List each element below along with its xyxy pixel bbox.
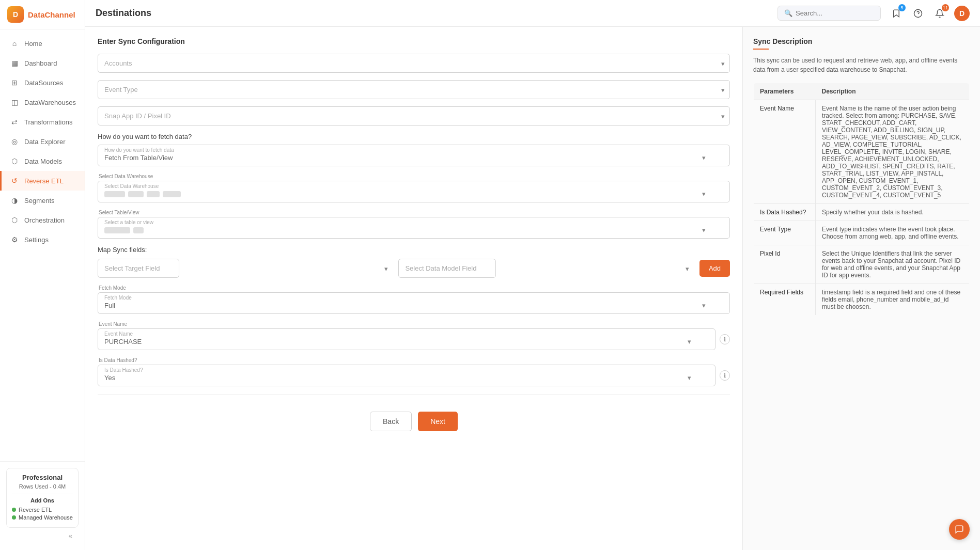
plan-name: Professional xyxy=(12,474,73,481)
map-sync-row: Select Target Field ▾ Select Data Model … xyxy=(98,259,730,278)
data-explorer-nav-label: Data Explorer xyxy=(24,138,65,146)
dw-blurred-4 xyxy=(163,191,181,197)
fetch-mode-inner-label: Fetch Mode xyxy=(98,293,729,301)
help-button[interactable] xyxy=(911,6,925,21)
datasources-nav-label: DataSources xyxy=(24,79,63,87)
sidebar-item-reverse-etl[interactable]: ↺Reverse ETL xyxy=(0,171,85,191)
description-col-header: Description xyxy=(816,83,970,100)
event-type-select[interactable]: Event Type xyxy=(98,80,730,99)
addon-label: Reverse ETL xyxy=(19,507,52,513)
fetch-question: How do you want to fetch data? xyxy=(98,133,730,140)
table-blurred-1 xyxy=(104,227,130,233)
sidebar-item-orchestration[interactable]: ⬡Orchestration xyxy=(0,210,85,230)
bookmark-badge: 5 xyxy=(898,4,906,11)
addon-dot xyxy=(12,508,16,512)
dw-blurred-2 xyxy=(128,191,144,197)
accounts-group: Accounts ▾ xyxy=(98,54,730,73)
event-name-field-group: Event Name PURCHASE ▾ xyxy=(98,328,715,350)
notification-badge: 11 xyxy=(942,4,949,11)
param-desc: Event type indicates where the event too… xyxy=(816,221,970,245)
event-name-info-icon[interactable]: ℹ xyxy=(720,334,730,344)
addon-dot xyxy=(12,515,16,520)
select-dw-value-row[interactable]: ▾ xyxy=(98,189,729,202)
page-title: Destinations xyxy=(96,8,769,19)
sidebar-item-data-explorer[interactable]: ◎Data Explorer xyxy=(0,132,85,151)
param-name: Event Type xyxy=(754,221,816,245)
back-button[interactable]: Back xyxy=(370,412,412,431)
fetch-mode-group: Fetch Mode Fetch Mode Full ▾ xyxy=(98,285,730,314)
logo-icon: D xyxy=(7,6,24,23)
fetch-data-arrow-icon: ▾ xyxy=(702,154,711,162)
bookmark-button[interactable]: 5 xyxy=(889,6,904,21)
dashboard-nav-icon: ▦ xyxy=(10,58,19,68)
sidebar-item-transformations[interactable]: ⇄Transformations xyxy=(0,112,85,132)
sidebar-item-datasources[interactable]: ⊞DataSources xyxy=(0,73,85,92)
fetch-mode-value-row[interactable]: Full ▾ xyxy=(98,301,729,313)
avatar[interactable]: D xyxy=(954,6,970,21)
dw-blurred-3 xyxy=(147,191,160,197)
is-data-hashed-value-row[interactable]: Yes ▾ xyxy=(98,373,715,386)
segments-nav-label: Segments xyxy=(24,197,55,205)
select-dw-field-group: Select Data Warehouse ▾ xyxy=(98,181,730,202)
form-panel: Enter Sync Configuration Accounts ▾ Even… xyxy=(85,27,742,550)
addon-label: Managed Warehouse xyxy=(19,514,73,521)
sidebar-item-settings[interactable]: ⚙Settings xyxy=(0,230,85,249)
target-field-arrow-icon: ▾ xyxy=(384,264,388,272)
event-name-value-row[interactable]: PURCHASE ▾ xyxy=(98,337,715,350)
reverse-etl-nav-icon: ↺ xyxy=(10,176,19,185)
next-button[interactable]: Next xyxy=(418,412,458,431)
sidebar-item-home[interactable]: ⌂Home xyxy=(0,34,85,53)
search-box[interactable]: 🔍 xyxy=(777,6,881,21)
event-name-row: Event Name PURCHASE ▾ ℹ xyxy=(98,328,730,350)
add-button[interactable]: Add xyxy=(699,260,730,277)
plan-card: Professional Rows Used - 0.4M Add Ons Re… xyxy=(6,468,79,528)
event-name-arrow-icon: ▾ xyxy=(688,338,696,345)
target-field-wrapper: Select Target Field ▾ xyxy=(98,259,393,278)
table-blurred-2 xyxy=(133,227,144,233)
sidebar-item-dashboard[interactable]: ▦Dashboard xyxy=(0,53,85,73)
datawarehouses-nav-icon: ◫ xyxy=(10,98,19,107)
event-name-inner-label: Event Name xyxy=(98,329,715,337)
snap-app-select[interactable]: Snap App ID / Pixel ID xyxy=(98,106,730,125)
sync-desc-underline xyxy=(753,49,769,50)
param-desc: Event Name is the name of the user actio… xyxy=(816,100,970,204)
is-data-hashed-inner-label: Is Data Hashed? xyxy=(98,365,715,373)
home-nav-label: Home xyxy=(24,40,42,48)
collapse-sidebar-button[interactable]: « xyxy=(6,528,79,544)
select-table-value-row[interactable]: ▾ xyxy=(98,225,729,238)
logo: D DataChannel xyxy=(0,0,85,29)
event-name-group: Event Name Event Name PURCHASE ▾ ℹ xyxy=(98,321,730,350)
data-model-select[interactable]: Select Data Model Field xyxy=(398,259,496,278)
fetch-data-field-group: How do you want to fetch data Fetch From… xyxy=(98,145,730,166)
fetch-data-inner-label: How do you want to fetch data xyxy=(98,145,729,153)
param-name: Required Fields xyxy=(754,284,816,316)
accounts-select[interactable]: Accounts xyxy=(98,54,730,73)
select-dw-inner-label: Select Data Warehouse xyxy=(98,181,729,189)
sidebar-item-segments[interactable]: ◑Segments xyxy=(0,191,85,210)
dashboard-nav-label: Dashboard xyxy=(24,59,57,67)
params-table: Parameters Description Event NameEvent N… xyxy=(753,83,970,316)
logo-text: DataChannel xyxy=(28,10,75,19)
dw-blurred-1 xyxy=(104,191,125,197)
fetch-mode-label: Fetch Mode xyxy=(98,285,730,291)
table-row: Is Data Hashed?Specify whether your data… xyxy=(754,204,970,221)
transformations-nav-icon: ⇄ xyxy=(10,117,19,127)
header-icons: 5 11 D xyxy=(889,6,970,21)
search-input[interactable] xyxy=(796,9,874,17)
divider xyxy=(98,395,730,395)
orchestration-nav-label: Orchestration xyxy=(24,216,65,224)
sidebar-item-data-models[interactable]: ⬡Data Models xyxy=(0,151,85,171)
fetch-mode-field-group: Fetch Mode Full ▾ xyxy=(98,292,730,314)
chat-button[interactable] xyxy=(949,519,970,540)
datawarehouses-nav-label: DataWarehouses xyxy=(24,99,76,106)
snap-app-wrapper: Snap App ID / Pixel ID ▾ xyxy=(98,106,730,125)
select-dw-arrow-icon: ▾ xyxy=(702,190,711,198)
is-data-hashed-info-icon[interactable]: ℹ xyxy=(720,370,730,381)
sidebar-item-datawarehouses[interactable]: ◫DataWarehouses xyxy=(0,92,85,112)
datasources-nav-icon: ⊞ xyxy=(10,78,19,87)
sidebar-bottom: Professional Rows Used - 0.4M Add Ons Re… xyxy=(0,461,85,550)
target-field-select[interactable]: Select Target Field xyxy=(98,259,179,278)
params-col-header: Parameters xyxy=(754,83,816,100)
param-name: Event Name xyxy=(754,100,816,204)
notification-button[interactable]: 11 xyxy=(932,6,947,21)
